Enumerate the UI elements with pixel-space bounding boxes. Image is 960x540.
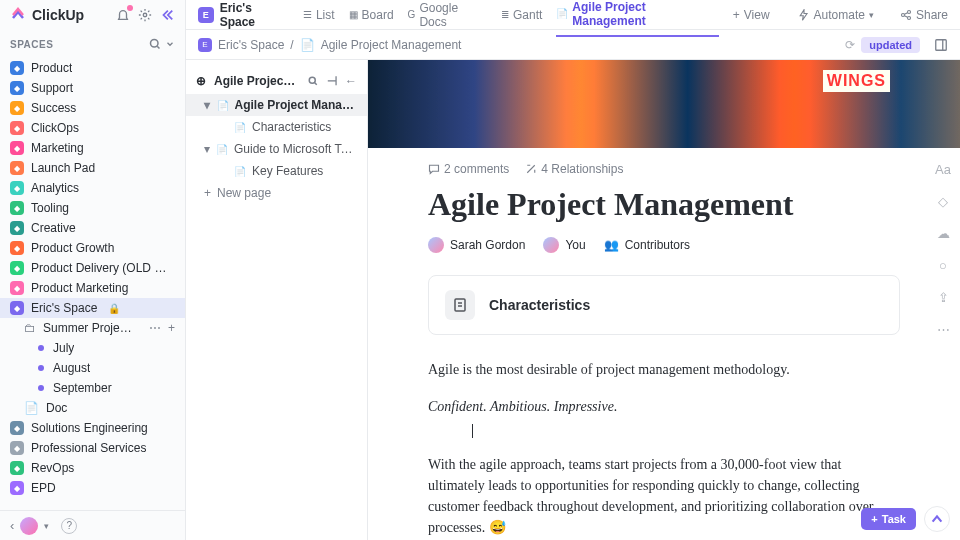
clickup-fab-icon[interactable] — [924, 506, 950, 532]
sidebar-space-item[interactable]: ◆Marketing — [0, 138, 185, 158]
chevron-down-icon[interactable]: ▾ — [44, 521, 49, 531]
subpage-card[interactable]: Characteristics — [428, 275, 900, 335]
view-tab-board[interactable]: ▦ Board — [349, 1, 394, 29]
sidebar-space-item[interactable]: ◆Launch Pad — [0, 158, 185, 178]
list-dot-icon — [38, 345, 44, 351]
doc-outline-header: ⊕ Agile Project Management ⊣ ← — [186, 68, 367, 94]
space-icon: ◆ — [10, 481, 24, 495]
avatar — [428, 237, 444, 253]
cover-image[interactable] — [368, 60, 960, 148]
workspace-title[interactable]: EEric's Space — [198, 1, 289, 29]
people-icon: 👥 — [604, 238, 619, 252]
comments-link[interactable]: 2 comments — [428, 162, 509, 176]
options-icon[interactable]: ⊣ — [327, 74, 337, 88]
sidebar-space-item[interactable]: ◆Analytics — [0, 178, 185, 198]
cursor-line[interactable] — [428, 423, 900, 444]
svg-rect-5 — [936, 39, 947, 50]
doc-content: Aa ◇ ☁ ○ ⇪ ⋯ 2 comments 4 Relationships … — [368, 60, 960, 540]
outline-item[interactable]: 📄Characteristics — [186, 116, 367, 138]
caret-icon[interactable]: ▾ — [204, 98, 211, 112]
doc-title[interactable]: Agile Project Management — [428, 186, 900, 223]
caret-icon[interactable]: ▾ — [204, 142, 210, 156]
folder-item[interactable]: 🗀Summer Projects⋯ + — [0, 318, 185, 338]
list-item[interactable]: September — [0, 378, 185, 398]
new-task-button[interactable]: + Task — [861, 508, 916, 530]
help-icon[interactable]: ? — [61, 518, 77, 534]
sidebar-space-item[interactable]: ◆Tooling — [0, 198, 185, 218]
svg-point-2 — [901, 13, 904, 16]
space-icon: ◆ — [10, 281, 24, 295]
svg-rect-7 — [455, 299, 465, 311]
new-page-button[interactable]: + New page — [186, 182, 367, 204]
sidebar-space-item[interactable]: ◆EPD — [0, 478, 185, 498]
sync-icon[interactable]: ⟳ — [845, 38, 855, 52]
sidebar-space-item[interactable]: ◆Product Marketing — [0, 278, 185, 298]
space-icon: ◆ — [10, 161, 24, 175]
add-view-button[interactable]: + View — [733, 1, 770, 29]
crumb-space[interactable]: Eric's Space — [218, 38, 284, 52]
sidebar-space-item[interactable]: ◆Creative — [0, 218, 185, 238]
user-avatar[interactable] — [20, 517, 38, 535]
paragraph[interactable]: Agile is the most desirable of project m… — [428, 359, 900, 380]
gdoc-icon: G — [408, 9, 416, 20]
board-icon: ▦ — [349, 9, 358, 20]
search-icon[interactable] — [307, 75, 319, 87]
sidebar-space-item[interactable]: ◆Eric's Space🔒 — [0, 298, 185, 318]
doc-outline-title: Agile Project Management — [214, 74, 299, 88]
paragraph[interactable]: Confident. Ambitious. Impressive. — [428, 396, 900, 417]
sidebar-space-item[interactable]: ◆ClickOps — [0, 118, 185, 138]
collapse-icon[interactable]: ‹ — [10, 518, 14, 533]
arrow-icon[interactable]: ← — [345, 74, 357, 88]
sidebar-space-item[interactable]: ◆Success — [0, 98, 185, 118]
sidebar-space-item[interactable]: ◆Solutions Engineering — [0, 418, 185, 438]
doc-icon: 📄 — [216, 144, 228, 155]
chevron-down-icon[interactable] — [165, 39, 175, 49]
space-icon: ◆ — [10, 61, 24, 75]
author[interactable]: Sarah Gordon — [428, 237, 525, 253]
svg-point-4 — [907, 16, 910, 19]
settings-icon[interactable] — [137, 7, 153, 23]
share-button[interactable]: Share — [900, 8, 948, 22]
authors-row: Sarah GordonYou👥Contributors — [428, 237, 900, 253]
doc-item[interactable]: 📄Doc — [0, 398, 185, 418]
collapse-sidebar-icon[interactable] — [159, 7, 175, 23]
svg-point-6 — [309, 77, 315, 83]
doc-icon: 📄 — [217, 100, 229, 111]
sidebar-space-item[interactable]: ◆Product Delivery (OLD DON'T US... — [0, 258, 185, 278]
sidebar-space-item[interactable]: ◆Professional Services — [0, 438, 185, 458]
avatar — [543, 237, 559, 253]
clickup-logo-icon — [10, 7, 26, 23]
view-tab-gantt[interactable]: ≣ Gantt — [501, 1, 542, 29]
space-icon: ◆ — [10, 101, 24, 115]
sidebar-space-item[interactable]: ◆Product — [0, 58, 185, 78]
svg-point-1 — [151, 40, 159, 48]
list-item[interactable]: July — [0, 338, 185, 358]
space-icon: ◆ — [10, 181, 24, 195]
outline-item[interactable]: 📄Key Features — [186, 160, 367, 182]
notifications-icon[interactable] — [115, 7, 131, 23]
view-tab-list[interactable]: ☰ List — [303, 1, 335, 29]
sidebar-space-item[interactable]: ◆Support — [0, 78, 185, 98]
automate-button[interactable]: Automate ▾ — [798, 8, 874, 22]
space-icon: ◆ — [10, 81, 24, 95]
doc-icon: 📄 — [556, 8, 568, 19]
topbar: EEric's Space ☰ List▦ BoardG Google Docs… — [186, 0, 960, 30]
list-dot-icon — [38, 365, 44, 371]
doc-icon — [445, 290, 475, 320]
space-icon: ◆ — [10, 301, 24, 315]
author[interactable]: You — [543, 237, 585, 253]
contributors-button[interactable]: 👥Contributors — [604, 238, 690, 252]
search-spaces-icon[interactable] — [149, 38, 161, 50]
layout-icon[interactable] — [934, 38, 948, 52]
list-item[interactable]: August — [0, 358, 185, 378]
relationships-link[interactable]: 4 Relationships — [525, 162, 623, 176]
doc-outline: ⊕ Agile Project Management ⊣ ← ▾📄Agile P… — [186, 60, 368, 540]
sidebar-space-item[interactable]: ◆RevOps — [0, 458, 185, 478]
outline-item[interactable]: ▾📄Agile Project Management — [186, 94, 367, 116]
paragraph[interactable]: With the agile approach, teams start pro… — [428, 454, 900, 538]
outline-item[interactable]: ▾📄Guide to Microsoft Teams Project... — [186, 138, 367, 160]
spaces-label: SPACES — [10, 39, 53, 50]
crumb-doc[interactable]: Agile Project Management — [321, 38, 462, 52]
sidebar: ClickUp SPACES ◆Product◆Support◆Success◆… — [0, 0, 186, 540]
sidebar-space-item[interactable]: ◆Product Growth — [0, 238, 185, 258]
